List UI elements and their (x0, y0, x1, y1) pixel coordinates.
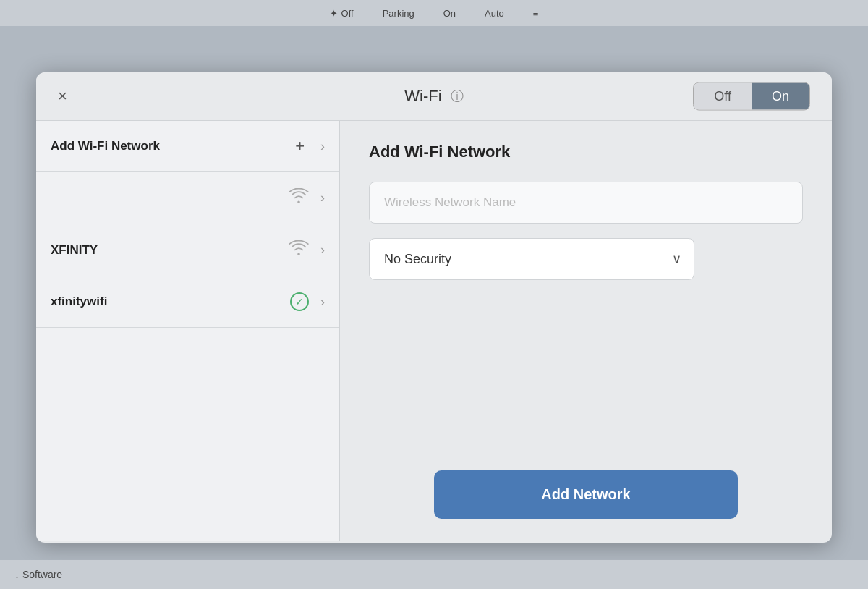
modal-body: Add Wi-Fi Network + › (36, 121, 832, 541)
unknown-network-icons: › (289, 188, 325, 208)
connected-checkmark-icon: ✓ (290, 292, 309, 311)
menu-icon: ≡ (533, 8, 539, 19)
chevron-right-icon: › (320, 294, 325, 310)
network-list: Add Wi-Fi Network + › (36, 121, 340, 541)
wifi-on-button[interactable]: On (752, 83, 809, 110)
add-wifi-icons: + › (295, 137, 325, 156)
chevron-right-icon: › (320, 242, 325, 258)
xfinitywifi-network-item[interactable]: xfinitywifi ✓ › (36, 276, 339, 328)
on-label: On (443, 8, 456, 19)
brightness-control[interactable]: ✦ Off (330, 8, 354, 19)
modal-header: × Wi-Fi ⓘ Off On (36, 72, 832, 121)
wifi-signal-icon (289, 240, 309, 260)
chevron-right-icon: › (320, 190, 325, 205)
xfinitywifi-label: xfinitywifi (51, 294, 290, 309)
parking-status: Parking (383, 8, 414, 19)
auto-label: Auto (485, 8, 504, 19)
security-select[interactable]: No Security WPA2 Personal WPA3 Personal … (369, 238, 694, 280)
network-name-input[interactable] (369, 182, 803, 224)
on-status: On (443, 8, 456, 19)
add-wifi-label: Add Wi-Fi Network (51, 139, 295, 153)
xfinity-icons: › (289, 240, 325, 260)
modal-title: Wi-Fi (404, 87, 441, 106)
right-panel-title: Add Wi-Fi Network (369, 143, 803, 161)
plus-icon: + (295, 137, 305, 156)
chevron-right-icon: › (320, 139, 325, 154)
auto-status: Auto (485, 8, 504, 19)
security-dropdown-row: No Security WPA2 Personal WPA3 Personal … (369, 238, 694, 280)
parking-label: Parking (383, 8, 414, 19)
unknown-network-item[interactable]: › (36, 172, 339, 224)
wifi-signal-icon (289, 188, 309, 208)
wifi-modal: × Wi-Fi ⓘ Off On Add Wi-Fi Network + › (36, 72, 832, 543)
menu-icon-btn[interactable]: ≡ (533, 8, 539, 19)
add-network-button[interactable]: Add Network (434, 470, 738, 519)
wifi-off-button[interactable]: Off (694, 83, 752, 110)
add-wifi-network-item[interactable]: Add Wi-Fi Network + › (36, 121, 339, 172)
sun-icon: ✦ (330, 8, 338, 19)
bottom-bar: ↓ Software (0, 560, 868, 589)
wifi-toggle-group: Off On (693, 82, 810, 111)
top-status-bar: ✦ Off Parking On Auto ≡ (0, 0, 868, 26)
add-network-panel: Add Wi-Fi Network No Security WPA2 Perso… (340, 121, 832, 541)
xfinity-label: XFINITY (51, 243, 289, 258)
xfinitywifi-icons: ✓ › (290, 292, 325, 311)
info-icon[interactable]: ⓘ (451, 88, 464, 105)
brightness-off-label: Off (341, 8, 354, 19)
xfinity-network-item[interactable]: XFINITY › (36, 224, 339, 276)
software-label: ↓ Software (14, 569, 62, 580)
close-button[interactable]: × (58, 88, 67, 104)
